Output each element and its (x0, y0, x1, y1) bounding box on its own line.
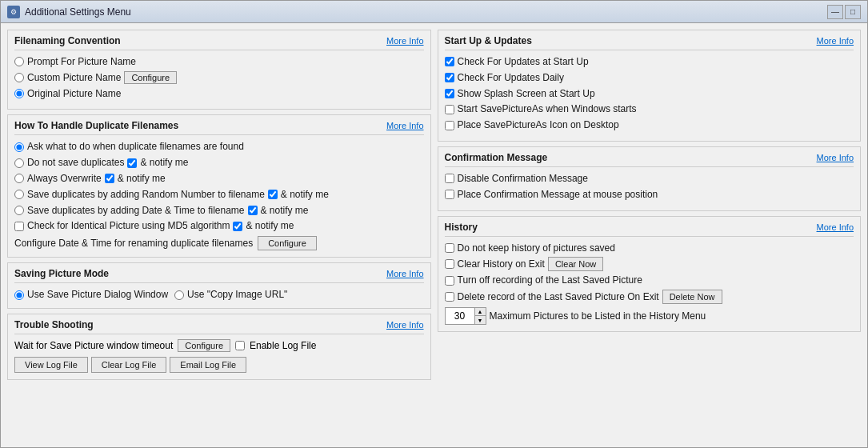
duplicates-more-info[interactable]: More Info (386, 121, 423, 130)
history-spinbox[interactable]: ▲ ▼ (445, 307, 486, 325)
filenaming-radio-prompt[interactable] (14, 57, 24, 66)
history-label-clear-exit[interactable]: Clear History on Exit (458, 258, 545, 271)
history-label-no-keep[interactable]: Do not keep history of pictures saved (458, 242, 615, 255)
dup-radio-random[interactable] (14, 190, 24, 199)
history-spin-down[interactable]: ▼ (474, 316, 486, 324)
clear-now-button[interactable]: Clear Now (548, 257, 603, 271)
left-panel: Filenaming Convention More Info Prompt F… (7, 30, 431, 441)
startup-check-windows-start: Start SavePictureAs when Windows starts (445, 102, 854, 116)
dup-notify-datetime[interactable] (248, 206, 258, 215)
dup-label-overwrite[interactable]: Always Overwrite (27, 172, 102, 186)
startup-checkbox-windows-start[interactable] (445, 105, 454, 114)
dup-option-random: Save duplicates by adding Random Number … (14, 188, 424, 202)
saving-label-url[interactable]: Use "Copy Image URL" (187, 288, 287, 302)
history-more-info[interactable]: More Info (817, 222, 854, 232)
filenaming-radio-original[interactable] (14, 89, 24, 98)
confirmation-more-info[interactable]: More Info (817, 153, 854, 162)
dup-radio-ask[interactable] (14, 142, 24, 152)
filenaming-option-prompt: Prompt For Picture Name (14, 55, 424, 69)
title-bar-controls: — □ (827, 5, 861, 19)
saving-radio-dialog[interactable] (14, 290, 24, 300)
history-label-delete-record[interactable]: Delete record of the Last Saved Picture … (458, 290, 659, 304)
dup-notify-label-random: & notify me (281, 188, 329, 202)
dup-notify-label-noduplicate: & notify me (140, 156, 188, 170)
view-log-button[interactable]: View Log File (14, 357, 88, 373)
confirm-checkbox-mouse[interactable] (445, 190, 454, 199)
filenaming-header: Filenaming Convention More Info (14, 35, 424, 50)
trouble-timeout-row: Wait for Save Picture window timeout Con… (14, 339, 424, 352)
startup-checkbox-updates-start[interactable] (445, 57, 454, 66)
dup-notify-md5[interactable] (233, 222, 242, 231)
startup-checkbox-desktop-icon[interactable] (445, 121, 454, 130)
startup-header: Start Up & Updates More Info (445, 35, 854, 50)
dup-option-md5: Check for Identical Picture using MD5 al… (14, 219, 424, 233)
startup-more-info[interactable]: More Info (817, 36, 854, 46)
dup-label-random[interactable]: Save duplicates by adding Random Number … (27, 188, 265, 202)
filenaming-more-info[interactable]: More Info (386, 36, 423, 46)
filenaming-label-prompt[interactable]: Prompt For Picture Name (27, 55, 136, 69)
startup-check-desktop-icon: Place SavePictureAs Icon on Desktop (445, 118, 854, 132)
dup-option-noduplicate: Do not save duplicates & notify me (14, 156, 424, 170)
confirm-checkbox-disable[interactable] (445, 174, 454, 183)
startup-label-updates-daily[interactable]: Check For Updates Daily (458, 71, 564, 85)
title-bar-left: ⚙ Additional Settings Menu (7, 6, 131, 18)
dup-notify-overwrite[interactable] (105, 174, 114, 183)
startup-checkbox-splash[interactable] (445, 89, 454, 98)
history-spin-input[interactable] (446, 308, 474, 324)
filenaming-option-custom: Custom Picture Name Configure (14, 71, 424, 85)
window: ⚙ Additional Settings Menu — □ Filenamin… (0, 0, 868, 448)
trouble-configure-button[interactable]: Configure (178, 339, 230, 352)
saving-label-dialog[interactable]: Use Save Picture Dialog Window (27, 288, 168, 302)
clear-log-button[interactable]: Clear Log File (91, 357, 166, 373)
startup-label-updates-start[interactable]: Check For Updates at Start Up (458, 55, 589, 69)
minimize-button[interactable]: — (827, 5, 843, 19)
history-header: History More Info (445, 222, 854, 237)
email-log-button[interactable]: Email Log File (170, 357, 246, 373)
delete-now-button[interactable]: Delete Now (662, 290, 722, 304)
date-configure-button[interactable]: Configure (258, 236, 317, 250)
trouble-enable-log-checkbox[interactable] (235, 341, 245, 350)
history-checkbox-delete-record[interactable] (445, 292, 454, 302)
maximize-button[interactable]: □ (845, 5, 861, 19)
history-checkbox-clear-exit[interactable] (445, 259, 454, 269)
startup-label-desktop-icon[interactable]: Place SavePictureAs Icon on Desktop (458, 118, 619, 132)
right-panel: Start Up & Updates More Info Check For U… (438, 30, 862, 441)
saving-radio-url[interactable] (174, 290, 184, 300)
confirm-label-mouse[interactable]: Place Confirmation Message at mouse posi… (458, 188, 658, 202)
history-spin-up[interactable]: ▲ (474, 308, 486, 316)
history-checkbox-no-keep[interactable] (445, 243, 454, 253)
history-checkbox-turn-off-recording[interactable] (445, 276, 454, 286)
history-check-turn-off-recording: Turn off recording of the Last Saved Pic… (445, 274, 854, 287)
history-check-delete-record: Delete record of the Last Saved Picture … (445, 290, 854, 304)
dup-notify-random[interactable] (268, 190, 278, 199)
filenaming-section: Filenaming Convention More Info Prompt F… (7, 30, 431, 110)
trouble-more-info[interactable]: More Info (386, 320, 423, 330)
filenaming-configure-button[interactable]: Configure (124, 71, 177, 84)
startup-label-windows-start[interactable]: Start SavePictureAs when Windows starts (458, 102, 637, 116)
dup-label-ask[interactable]: Ask what to do when duplicate filenames … (27, 140, 244, 154)
dup-radio-noduplicate[interactable] (14, 158, 24, 168)
dup-radio-overwrite[interactable] (14, 174, 24, 183)
trouble-buttons-row: View Log File Clear Log File Email Log F… (14, 357, 424, 373)
dup-radio-datetime[interactable] (14, 206, 24, 215)
saving-more-info[interactable]: More Info (386, 269, 423, 278)
saving-section: Saving Picture Mode More Info Use Save P… (7, 262, 431, 309)
filenaming-radio-custom[interactable] (14, 73, 24, 82)
dup-label-noduplicate[interactable]: Do not save duplicates (27, 156, 124, 170)
dup-label-md5[interactable]: Check for Identical Picture using MD5 al… (27, 219, 230, 233)
history-check-no-keep: Do not keep history of pictures saved (445, 242, 854, 255)
trouble-enable-log-label[interactable]: Enable Log File (250, 340, 316, 351)
dup-notify-noduplicate[interactable] (127, 158, 137, 168)
confirm-label-disable[interactable]: Disable Confirmation Message (458, 172, 588, 186)
startup-label-splash[interactable]: Show Splash Screen at Start Up (458, 87, 595, 101)
history-label-turn-off-recording[interactable]: Turn off recording of the Last Saved Pic… (458, 274, 642, 287)
history-title: History (445, 222, 478, 233)
saving-option-url: Use "Copy Image URL" (174, 288, 287, 302)
dup-check-md5[interactable] (14, 222, 24, 231)
history-check-clear-exit: Clear History on Exit Clear Now (445, 257, 854, 271)
filenaming-label-original[interactable]: Original Picture Name (27, 87, 121, 101)
filenaming-label-custom[interactable]: Custom Picture Name (27, 71, 121, 85)
history-section: History More Info Do not keep history of… (438, 216, 862, 333)
dup-label-datetime[interactable]: Save duplicates by adding Date & Time to… (27, 204, 245, 218)
startup-checkbox-updates-daily[interactable] (445, 73, 454, 82)
